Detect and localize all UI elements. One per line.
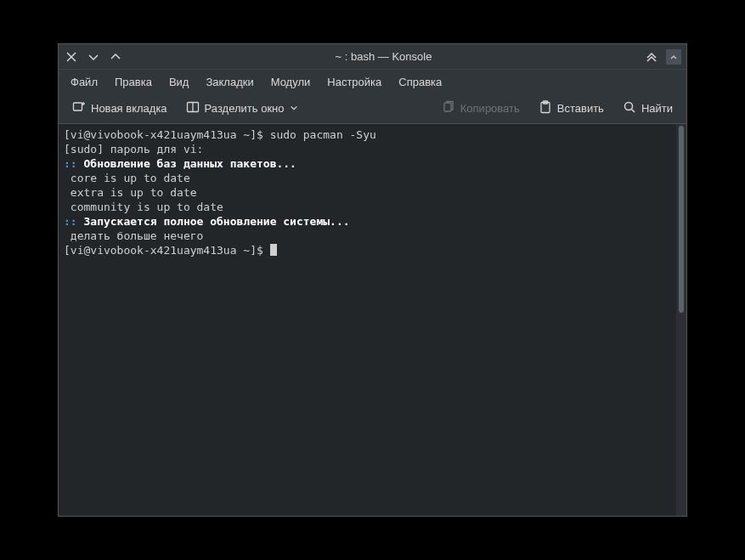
toolbar: Новая вкладка Разделить окно Копировать … [59,93,686,124]
split-view-icon [186,100,200,116]
menu-bookmarks[interactable]: Закладки [197,72,262,92]
menu-plugins[interactable]: Модули [262,72,319,92]
scrollbar[interactable] [676,124,686,516]
chevron-down-icon [290,102,298,115]
window-menu-icon[interactable] [666,49,681,65]
terminal-line: extra is up to date [64,185,671,200]
split-view-button[interactable]: Разделить окно [179,97,305,120]
menu-file[interactable]: Файл [62,72,106,92]
copy-icon [442,100,455,116]
terminal-line: делать больше нечего [64,229,671,243]
terminal-line: core is up to date [64,171,671,185]
terminal-line: :: Обновление баз данных пакетов... [64,156,671,171]
menu-edit[interactable]: Правка [106,72,161,92]
copy-label: Копировать [460,102,520,115]
menu-settings[interactable]: Настройка [319,72,390,92]
find-button[interactable]: Найти [616,97,680,120]
svg-rect-7 [444,103,451,111]
paste-label: Вставить [557,102,604,115]
paste-icon [539,100,552,116]
terminal-output[interactable]: [vi@vivobook-x421uaym413ua ~]$ sudo pacm… [59,124,676,516]
new-tab-label: Новая вкладка [91,102,167,115]
menubar: Файл Правка Вид Закладки Модули Настройк… [59,70,686,93]
close-icon[interactable] [64,49,79,65]
new-tab-button[interactable]: Новая вкладка [65,97,174,120]
paste-button[interactable]: Вставить [532,97,611,120]
terminal-line: :: Запускается полное обновление системы… [64,214,671,229]
search-icon [623,100,636,116]
new-tab-icon [72,100,86,116]
svg-line-11 [631,110,635,113]
split-view-label: Разделить окно [205,102,285,115]
terminal-line: community is up to date [64,200,671,214]
terminal-line: [vi@vivobook-x421uaym413ua ~]$ sudo pacm… [64,127,671,142]
find-label: Найти [641,102,673,115]
minimize-icon[interactable] [86,49,101,65]
scroll-thumb[interactable] [679,126,684,313]
terminal-line: [sudo] пароль для vi: [64,142,671,156]
menu-help[interactable]: Справка [390,72,450,92]
menu-view[interactable]: Вид [161,72,198,92]
svg-point-10 [624,103,632,110]
titlebar: ~ : bash — Konsole [59,44,686,70]
maximize-icon[interactable] [108,49,123,65]
copy-button: Копировать [435,97,527,120]
keep-above-icon[interactable] [644,49,659,65]
window-title: ~ : bash — Konsole [123,50,644,63]
cursor [270,244,277,256]
terminal-container: [vi@vivobook-x421uaym413ua ~]$ sudo pacm… [59,124,686,516]
konsole-window: ~ : bash — Konsole Файл Правка Вид Закла… [58,43,687,517]
svg-rect-2 [74,103,82,110]
terminal-line: [vi@vivobook-x421uaym413ua ~]$ [64,243,671,257]
